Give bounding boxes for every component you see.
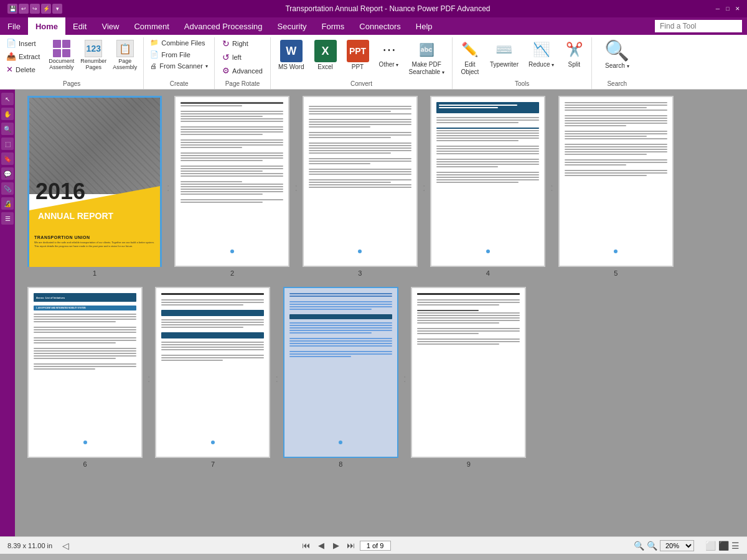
edit-object-button[interactable]: ✏️ EditObject (456, 37, 484, 78)
split-button[interactable]: ✂️ Split (560, 37, 588, 71)
page-thumb-4[interactable] (430, 96, 545, 267)
excel-button[interactable]: X Excel (311, 37, 341, 73)
menu-advanced-processing[interactable]: Advanced Processing (177, 17, 270, 35)
insert-icon: 📄 (6, 39, 16, 48)
maximize-button[interactable]: □ (723, 4, 732, 13)
reduce-button[interactable]: 📉 Reduce ▾ (525, 37, 558, 71)
extract-icon: 📤 (6, 52, 16, 61)
menu-forms[interactable]: Forms (314, 17, 352, 35)
page-thumb-1[interactable]: 2016 ANNUAL REPORT TRANSPORTION UNION We… (27, 96, 162, 267)
combine-icon: 📁 (150, 39, 159, 47)
delete-button[interactable]: ✕ Delete (4, 63, 38, 75)
page-number-input[interactable] (360, 541, 391, 551)
search-group-label: Search (607, 79, 627, 89)
menu-home[interactable]: Home (28, 17, 65, 35)
page-6-content: Annex: List of Initiatives 1. AN EFFICIE… (34, 293, 136, 370)
menu-help[interactable]: Help (408, 17, 440, 35)
page-thumb-7[interactable] (155, 287, 270, 458)
attachments-tool[interactable]: 📎 (1, 182, 14, 195)
select-tool[interactable]: ⬚ (1, 138, 14, 150)
page-wrapper-4: 4 (430, 96, 545, 277)
expand-button[interactable]: ◁ (62, 541, 69, 551)
dropdown-icon[interactable]: ▾ (52, 4, 62, 14)
ribbon-group-pages: 📄 Insert 📤 Extract ✕ Delete (0, 37, 144, 89)
prev-page-button[interactable]: ◀ (315, 539, 327, 552)
page-thumb-2[interactable] (174, 96, 289, 267)
single-page-view-button[interactable]: ⬜ (705, 541, 716, 551)
menu-edit[interactable]: Edit (65, 17, 94, 35)
page-thumb-6[interactable]: Annex: List of Initiatives 1. AN EFFICIE… (27, 287, 143, 458)
main-area: ↖ ✋ 🔍 ⬚ 🔖 💬 📎 🔏 ☰ 2016 ANNUAL (0, 90, 747, 536)
layers-tool[interactable]: ☰ (1, 212, 14, 225)
page-thumb-5[interactable] (558, 96, 674, 267)
zoom-select[interactable]: 10% 15% 20% 25% 50% 75% 100% (660, 540, 694, 551)
page-thumb-8[interactable] (283, 287, 398, 458)
zoom-in-button[interactable]: 🔍 (647, 541, 657, 551)
comments-tool[interactable]: 💬 (1, 167, 14, 180)
zoom-tool[interactable]: 🔍 (1, 123, 14, 135)
hand-tool[interactable]: ✋ (1, 108, 14, 120)
bookmark-tool[interactable]: 🔖 (1, 152, 14, 165)
page-5-marker (614, 250, 618, 253)
zoom-out-button[interactable]: 🔍 (634, 541, 644, 551)
tools-buttons: ✏️ EditObject ⌨️ Typewriter 📉 Reduce ▾ ✂… (456, 37, 588, 79)
renumber-pages-btn[interactable]: 123 RenumberPages (78, 37, 109, 73)
page-thumb-9[interactable] (411, 287, 526, 458)
menu-security[interactable]: Security (270, 17, 314, 35)
typewriter-button[interactable]: ⌨️ Typewriter (486, 37, 522, 71)
rotate-right-icon: ↻ (222, 39, 230, 49)
document-assembly-btn[interactable]: DocumentAssembly (46, 37, 77, 73)
continuous-view-button[interactable]: ☰ (731, 541, 740, 551)
page-assembly-btn[interactable]: 📋 PageAssembly (110, 37, 139, 73)
last-page-button[interactable]: ⏭ (345, 539, 357, 552)
combine-files-button[interactable]: 📁 Combine Files (148, 37, 210, 48)
page-8-content (289, 293, 392, 357)
minimize-button[interactable]: ─ (713, 4, 722, 13)
two-page-view-button[interactable]: ⬛ (718, 541, 729, 551)
tools-group-label: Tools (515, 79, 529, 89)
find-tool-input[interactable] (655, 20, 742, 32)
rotate-right-button[interactable]: ↻ Right (220, 37, 265, 50)
customize-icon[interactable]: ⚡ (41, 4, 51, 14)
search-button[interactable]: 🔍 Search ▾ (602, 37, 632, 70)
page-4-content (436, 102, 539, 183)
cursor-tool[interactable]: ↖ (1, 93, 14, 105)
delete-icon: ✕ (6, 65, 13, 74)
ms-word-button[interactable]: W MS Word (275, 37, 308, 73)
page-7-content (161, 293, 264, 361)
signatures-tool[interactable]: 🔏 (1, 197, 14, 210)
page-num-5: 5 (614, 269, 618, 277)
split-icon: ✂️ (564, 40, 584, 60)
page-sep-6: : (275, 373, 278, 385)
page-num-4: 4 (486, 269, 490, 277)
menu-view[interactable]: View (94, 17, 126, 35)
menu-connectors[interactable]: Connectors (352, 17, 408, 35)
insert-button[interactable]: 📄 Insert (4, 37, 39, 49)
rotate-left-button[interactable]: ↺ left (220, 51, 265, 63)
page-sep-3: : (423, 182, 425, 194)
page-wrapper-8: 8 (283, 287, 398, 468)
create-group-label: Create (170, 79, 189, 89)
page-wrapper-6: Annex: List of Initiatives 1. AN EFFICIE… (27, 287, 143, 468)
extract-button[interactable]: 📤 Extract (4, 50, 42, 62)
page-sep-1: : (167, 182, 169, 194)
from-file-button[interactable]: 📄 From File (148, 49, 210, 60)
other-button[interactable]: ⋯ Other ▾ (375, 37, 403, 71)
page-wrapper-3: 3 (303, 96, 418, 277)
page-num-3: 3 (358, 269, 362, 277)
advanced-rotate-button[interactable]: ⚙ Advanced (220, 65, 265, 77)
cover-tagline: We are dedicated to the safe and reliabl… (34, 241, 155, 248)
make-pdf-searchable-button[interactable]: 🔤 Make PDFSearchable ▾ (405, 37, 448, 78)
menu-file[interactable]: File (0, 17, 28, 35)
page-thumb-3[interactable] (303, 96, 418, 267)
next-page-button[interactable]: ▶ (330, 539, 342, 552)
undo-icon[interactable]: ↩ (19, 4, 29, 14)
cover-logo-area: TRANSPORTION UNION We are dedicated to t… (34, 235, 155, 248)
redo-icon[interactable]: ↪ (30, 4, 40, 14)
ppt-button[interactable]: PPT PPT (343, 37, 373, 73)
close-button[interactable]: ✕ (733, 4, 742, 13)
from-scanner-button[interactable]: 🖨 From Scanner ▾ (148, 61, 210, 71)
save-icon[interactable]: 💾 (7, 4, 17, 14)
first-page-button[interactable]: ⏮ (300, 539, 312, 552)
menu-comment[interactable]: Comment (126, 17, 176, 35)
